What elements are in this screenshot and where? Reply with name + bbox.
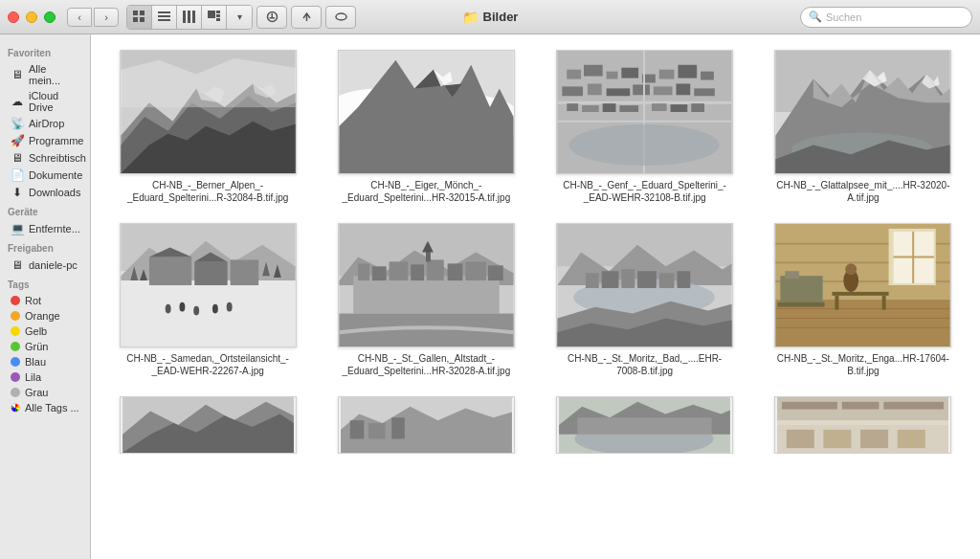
image-item-7[interactable]: CH-NB_-_St._Moritz,_Bad,_....EHR-7008-B.… xyxy=(544,223,746,377)
view-icon-grid[interactable] xyxy=(127,6,152,29)
svg-rect-155 xyxy=(842,402,880,410)
image-item-9[interactable] xyxy=(106,396,309,454)
sidebar-item-tag-grau[interactable]: Grau xyxy=(3,385,87,400)
image-item-11[interactable] xyxy=(544,396,746,454)
image-item-6[interactable]: CH-NB_-_St._Gallen,_Altstadt_-_Eduard_Sp… xyxy=(324,223,527,377)
svg-point-18 xyxy=(336,13,346,20)
sidebar-item-programme[interactable]: 🚀 Programme xyxy=(3,132,87,149)
tag-dot-red xyxy=(11,296,20,305)
image-item-3[interactable]: CH-NB_-_Genf_-_Eduard_Spelterini_-_EAD-W… xyxy=(544,50,746,204)
svg-rect-63 xyxy=(691,103,704,112)
svg-rect-8 xyxy=(188,11,190,23)
image-thumb-10 xyxy=(338,396,515,454)
image-caption-3: CH-NB_-_Genf_-_Eduard_Spelterini_-_EAD-W… xyxy=(556,179,733,204)
svg-rect-45 xyxy=(701,72,714,80)
share-button[interactable] xyxy=(291,6,322,29)
tag-button[interactable] xyxy=(325,6,356,29)
sidebar-item-label: Entfernte... xyxy=(29,223,80,235)
svg-rect-1 xyxy=(140,11,145,15)
sidebar-item-airdrop[interactable]: 📡 AirDrop xyxy=(3,115,87,132)
svg-rect-134 xyxy=(778,302,825,307)
view-columns[interactable] xyxy=(177,6,202,29)
sidebar-item-label: AirDrop xyxy=(29,118,64,129)
svg-rect-94 xyxy=(358,263,369,280)
search-icon: 🔍 xyxy=(809,11,822,23)
svg-rect-95 xyxy=(372,266,387,280)
sidebar-tag-label: Alle Tags ... xyxy=(25,402,79,414)
sidebar-item-label: daniele-pc xyxy=(29,259,78,271)
svg-rect-60 xyxy=(620,105,639,112)
sidebar-item-downloads[interactable]: ⬇ Downloads xyxy=(3,184,87,201)
cloud-icon: ☁ xyxy=(11,95,24,108)
svg-rect-10 xyxy=(208,11,215,18)
sidebar-item-entfernte[interactable]: 💻 Entfernte... xyxy=(3,220,87,237)
image-item-12[interactable] xyxy=(762,396,965,454)
favorites-section-title: Favoriten xyxy=(0,42,90,61)
apps-icon: 🚀 xyxy=(11,134,24,147)
back-button[interactable]: ‹ xyxy=(67,8,92,27)
svg-rect-44 xyxy=(679,65,698,78)
forward-button[interactable]: › xyxy=(94,8,119,27)
tag-dot-gray xyxy=(11,388,20,397)
sidebar-item-tag-blau[interactable]: Blau xyxy=(3,354,87,369)
sidebar-tag-label: Gelb xyxy=(25,325,47,337)
svg-rect-43 xyxy=(659,70,675,79)
view-more[interactable]: ▾ xyxy=(227,6,252,29)
image-item-8[interactable]: CH-NB_-_St._Moritz,_Enga...HR-17604-B.ti… xyxy=(762,223,965,377)
svg-rect-110 xyxy=(602,271,619,288)
sidebar-item-tag-gruen[interactable]: Grün xyxy=(3,339,87,354)
view-mode-group: ▾ xyxy=(126,5,253,30)
svg-rect-97 xyxy=(411,264,424,280)
svg-rect-158 xyxy=(787,430,814,448)
svg-rect-75 xyxy=(121,280,295,347)
sidebar-item-daniele[interactable]: 🖥 daniele-pc xyxy=(3,257,87,274)
network-computer-icon: 🖥 xyxy=(11,258,24,272)
sidebar-item-alle[interactable]: 🖥 Alle mein... xyxy=(3,61,87,88)
image-item-5[interactable]: CH-NB_-_Samedan,_Ortsteilansicht_-_EAD-W… xyxy=(106,223,309,377)
sidebar-item-label: Downloads xyxy=(29,187,80,198)
sidebar-item-dokumente[interactable]: 📄 Dokumente xyxy=(3,167,87,184)
sidebar-item-schreibtisch[interactable]: 🖥 Schreibtisch xyxy=(3,149,87,167)
svg-rect-11 xyxy=(216,11,220,13)
sidebar-tag-label: Blau xyxy=(25,356,46,368)
sidebar-item-tag-lila[interactable]: Lila xyxy=(3,369,87,385)
image-caption-5: CH-NB_-_Samedan,_Ortsteilansicht_-_EAD-W… xyxy=(120,352,297,377)
image-item-4[interactable]: CH-NB_-_Glattalpsee_mit_....HR-32020-A.t… xyxy=(762,50,965,204)
svg-rect-100 xyxy=(465,261,486,280)
main-area: Favoriten 🖥 Alle mein... ☁ iCloud Drive … xyxy=(0,34,980,559)
svg-rect-99 xyxy=(448,263,463,280)
svg-rect-76 xyxy=(149,257,191,285)
sidebar-item-tag-orange[interactable]: Orange xyxy=(3,308,87,324)
actions-button[interactable] xyxy=(256,6,287,29)
svg-rect-12 xyxy=(216,14,220,17)
svg-rect-6 xyxy=(158,19,170,21)
sidebar-item-label: Programme xyxy=(29,135,83,146)
svg-rect-57 xyxy=(567,103,578,111)
image-item-10[interactable] xyxy=(324,396,527,454)
view-list[interactable] xyxy=(152,6,177,29)
svg-rect-96 xyxy=(389,261,408,280)
folder-icon: 📁 xyxy=(462,10,479,25)
sidebar-item-tag-rot[interactable]: Rot xyxy=(3,293,87,308)
svg-rect-138 xyxy=(835,296,839,310)
svg-rect-52 xyxy=(694,88,715,96)
svg-point-85 xyxy=(165,304,170,314)
titlebar: ‹ › ▾ 📁 Bilde xyxy=(0,0,980,34)
svg-rect-132 xyxy=(781,276,823,302)
image-item-2[interactable]: CH-NB_-_Eiger,_Mönch_-_Eduard_Spelterini… xyxy=(324,50,527,204)
maximize-button[interactable] xyxy=(44,11,56,23)
sidebar-item-tag-gelb[interactable]: Gelb xyxy=(3,324,87,339)
downloads-icon: ⬇ xyxy=(11,186,24,199)
computer-icon: 🖥 xyxy=(11,68,24,81)
minimize-button[interactable] xyxy=(26,11,37,23)
close-button[interactable] xyxy=(8,11,19,23)
remote-icon: 💻 xyxy=(11,222,24,235)
sidebar-tag-label: Grün xyxy=(25,341,48,352)
sidebar-item-icloud[interactable]: ☁ iCloud Drive xyxy=(3,88,87,115)
search-box[interactable]: 🔍 Suchen xyxy=(800,7,972,28)
image-item-1[interactable]: CH-NB_-_Berner_Alpen_-_Eduard_Spelterini… xyxy=(106,50,309,204)
svg-rect-139 xyxy=(882,296,886,310)
sidebar-item-all-tags[interactable]: Alle Tags ... xyxy=(3,400,87,415)
view-cover[interactable] xyxy=(202,6,227,29)
tags-section-title: Tags xyxy=(0,274,90,293)
